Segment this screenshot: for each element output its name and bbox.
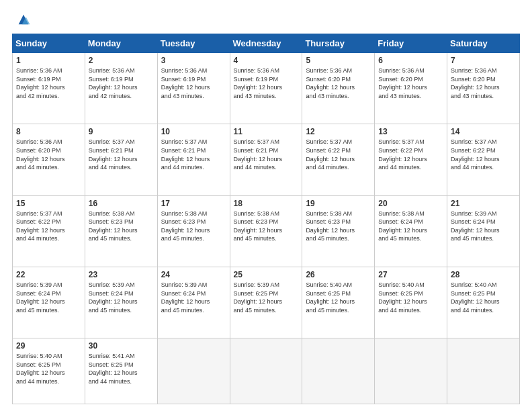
- day-number: 23: [89, 270, 154, 279]
- day-header-tuesday: Tuesday: [157, 34, 230, 53]
- day-number: 25: [234, 270, 299, 279]
- calendar-cell: 20Sunrise: 5:38 AM Sunset: 6:24 PM Dayli…: [375, 195, 447, 267]
- calendar-header-row: SundayMondayTuesdayWednesdayThursdayFrid…: [13, 34, 520, 53]
- day-info: Sunrise: 5:41 AM Sunset: 6:25 PM Dayligh…: [89, 352, 154, 385]
- day-info: Sunrise: 5:38 AM Sunset: 6:23 PM Dayligh…: [161, 210, 226, 243]
- calendar-cell: 9Sunrise: 5:37 AM Sunset: 6:21 PM Daylig…: [85, 124, 157, 195]
- calendar-cell: 8Sunrise: 5:36 AM Sunset: 6:20 PM Daylig…: [13, 124, 85, 195]
- day-info: Sunrise: 5:37 AM Sunset: 6:22 PM Dayligh…: [16, 210, 81, 243]
- day-number: 26: [306, 270, 371, 279]
- calendar-week-5: 29Sunrise: 5:40 AM Sunset: 6:25 PM Dayli…: [13, 338, 520, 404]
- day-info: Sunrise: 5:37 AM Sunset: 6:22 PM Dayligh…: [378, 138, 443, 171]
- day-header-friday: Friday: [375, 34, 447, 53]
- day-header-monday: Monday: [85, 34, 157, 53]
- calendar-cell: 10Sunrise: 5:37 AM Sunset: 6:21 PM Dayli…: [157, 124, 230, 195]
- calendar-cell: 12Sunrise: 5:37 AM Sunset: 6:22 PM Dayli…: [302, 124, 375, 195]
- day-number: 22: [16, 270, 81, 279]
- day-number: 17: [161, 199, 226, 208]
- calendar-cell: [302, 338, 375, 404]
- day-number: 16: [89, 199, 154, 208]
- day-number: 8: [16, 127, 81, 136]
- day-number: 1: [16, 56, 81, 65]
- calendar-cell: 13Sunrise: 5:37 AM Sunset: 6:22 PM Dayli…: [375, 124, 447, 195]
- calendar-cell: 21Sunrise: 5:39 AM Sunset: 6:24 PM Dayli…: [447, 195, 520, 267]
- day-info: Sunrise: 5:36 AM Sunset: 6:19 PM Dayligh…: [89, 66, 154, 100]
- calendar-cell: 23Sunrise: 5:39 AM Sunset: 6:24 PM Dayli…: [85, 267, 157, 338]
- calendar-cell: 5Sunrise: 5:36 AM Sunset: 6:20 PM Daylig…: [302, 53, 375, 124]
- calendar-cell: 17Sunrise: 5:38 AM Sunset: 6:23 PM Dayli…: [157, 195, 230, 267]
- logo: [12, 12, 31, 27]
- calendar-cell: 11Sunrise: 5:37 AM Sunset: 6:21 PM Dayli…: [230, 124, 302, 195]
- day-number: 15: [16, 199, 81, 208]
- calendar-cell: 18Sunrise: 5:38 AM Sunset: 6:23 PM Dayli…: [230, 195, 302, 267]
- calendar-cell: 24Sunrise: 5:39 AM Sunset: 6:24 PM Dayli…: [157, 267, 230, 338]
- day-info: Sunrise: 5:36 AM Sunset: 6:19 PM Dayligh…: [234, 66, 299, 100]
- day-header-wednesday: Wednesday: [230, 34, 302, 53]
- day-number: 29: [16, 341, 81, 351]
- day-info: Sunrise: 5:36 AM Sunset: 6:20 PM Dayligh…: [16, 138, 81, 171]
- calendar-week-2: 8Sunrise: 5:36 AM Sunset: 6:20 PM Daylig…: [13, 124, 520, 195]
- day-number: 30: [89, 341, 154, 351]
- calendar-week-1: 1Sunrise: 5:36 AM Sunset: 6:19 PM Daylig…: [13, 53, 520, 124]
- day-number: 4: [234, 56, 299, 65]
- day-info: Sunrise: 5:36 AM Sunset: 6:19 PM Dayligh…: [16, 66, 81, 100]
- day-info: Sunrise: 5:39 AM Sunset: 6:24 PM Dayligh…: [89, 281, 154, 314]
- calendar-cell: 26Sunrise: 5:40 AM Sunset: 6:25 PM Dayli…: [302, 267, 375, 338]
- day-number: 19: [306, 199, 371, 208]
- calendar-cell: 30Sunrise: 5:41 AM Sunset: 6:25 PM Dayli…: [85, 338, 157, 404]
- logo-icon: [16, 12, 31, 27]
- day-number: 27: [378, 270, 443, 279]
- header: [12, 12, 520, 27]
- day-number: 9: [89, 127, 154, 136]
- calendar-cell: [447, 338, 520, 404]
- calendar-cell: 14Sunrise: 5:37 AM Sunset: 6:22 PM Dayli…: [447, 124, 520, 195]
- day-info: Sunrise: 5:38 AM Sunset: 6:24 PM Dayligh…: [378, 210, 443, 243]
- day-info: Sunrise: 5:36 AM Sunset: 6:20 PM Dayligh…: [306, 66, 371, 100]
- day-info: Sunrise: 5:37 AM Sunset: 6:21 PM Dayligh…: [234, 138, 299, 171]
- calendar-cell: 2Sunrise: 5:36 AM Sunset: 6:19 PM Daylig…: [85, 53, 157, 124]
- day-info: Sunrise: 5:40 AM Sunset: 6:25 PM Dayligh…: [451, 281, 516, 314]
- day-number: 11: [234, 127, 299, 136]
- day-info: Sunrise: 5:39 AM Sunset: 6:25 PM Dayligh…: [234, 281, 299, 314]
- day-number: 2: [89, 56, 154, 65]
- day-number: 24: [161, 270, 226, 279]
- calendar-cell: 7Sunrise: 5:36 AM Sunset: 6:20 PM Daylig…: [447, 53, 520, 124]
- day-number: 7: [451, 56, 516, 65]
- day-number: 13: [378, 127, 443, 136]
- calendar-cell: 6Sunrise: 5:36 AM Sunset: 6:20 PM Daylig…: [375, 53, 447, 124]
- day-info: Sunrise: 5:36 AM Sunset: 6:20 PM Dayligh…: [378, 66, 443, 100]
- calendar-cell: 3Sunrise: 5:36 AM Sunset: 6:19 PM Daylig…: [157, 53, 230, 124]
- day-number: 12: [306, 127, 371, 136]
- calendar-cell: 29Sunrise: 5:40 AM Sunset: 6:25 PM Dayli…: [13, 338, 85, 404]
- calendar-cell: [157, 338, 230, 404]
- page: SundayMondayTuesdayWednesdayThursdayFrid…: [0, 0, 532, 411]
- day-info: Sunrise: 5:37 AM Sunset: 6:21 PM Dayligh…: [89, 138, 154, 171]
- day-number: 21: [451, 199, 516, 208]
- day-info: Sunrise: 5:39 AM Sunset: 6:24 PM Dayligh…: [451, 210, 516, 243]
- day-info: Sunrise: 5:40 AM Sunset: 6:25 PM Dayligh…: [378, 281, 443, 314]
- calendar-cell: 22Sunrise: 5:39 AM Sunset: 6:24 PM Dayli…: [13, 267, 85, 338]
- calendar-cell: [375, 338, 447, 404]
- calendar-cell: 19Sunrise: 5:38 AM Sunset: 6:23 PM Dayli…: [302, 195, 375, 267]
- day-number: 3: [161, 56, 226, 65]
- day-header-saturday: Saturday: [447, 34, 520, 53]
- day-number: 28: [451, 270, 516, 279]
- calendar-cell: [230, 338, 302, 404]
- day-info: Sunrise: 5:39 AM Sunset: 6:24 PM Dayligh…: [16, 281, 81, 314]
- day-number: 6: [378, 56, 443, 65]
- day-info: Sunrise: 5:39 AM Sunset: 6:24 PM Dayligh…: [161, 281, 226, 314]
- calendar-week-4: 22Sunrise: 5:39 AM Sunset: 6:24 PM Dayli…: [13, 267, 520, 338]
- calendar-cell: 4Sunrise: 5:36 AM Sunset: 6:19 PM Daylig…: [230, 53, 302, 124]
- day-info: Sunrise: 5:37 AM Sunset: 6:21 PM Dayligh…: [161, 138, 226, 171]
- day-number: 10: [161, 127, 226, 136]
- day-number: 14: [451, 127, 516, 136]
- day-info: Sunrise: 5:37 AM Sunset: 6:22 PM Dayligh…: [306, 138, 371, 171]
- calendar-week-3: 15Sunrise: 5:37 AM Sunset: 6:22 PM Dayli…: [13, 195, 520, 267]
- day-info: Sunrise: 5:38 AM Sunset: 6:23 PM Dayligh…: [89, 210, 154, 243]
- day-info: Sunrise: 5:36 AM Sunset: 6:20 PM Dayligh…: [451, 66, 516, 100]
- calendar-cell: 15Sunrise: 5:37 AM Sunset: 6:22 PM Dayli…: [13, 195, 85, 267]
- calendar-cell: 16Sunrise: 5:38 AM Sunset: 6:23 PM Dayli…: [85, 195, 157, 267]
- day-number: 5: [306, 56, 371, 65]
- calendar-cell: 1Sunrise: 5:36 AM Sunset: 6:19 PM Daylig…: [13, 53, 85, 124]
- day-number: 18: [234, 199, 299, 208]
